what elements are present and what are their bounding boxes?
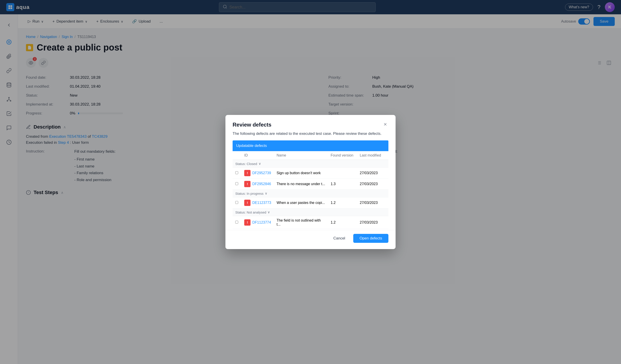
modified-cell-1: 27/03/2023 (357, 168, 388, 179)
modal-subtitle: The following defects are related to the… (225, 128, 396, 141)
defect-link-3[interactable]: DE1123773 (252, 201, 271, 205)
defect-checkbox-3[interactable] (235, 201, 238, 204)
priority-icon-4: ! (244, 219, 251, 226)
version-cell-4: 1.2 (328, 216, 357, 229)
id-cell-1: ! DF2952739 (242, 168, 274, 179)
version-cell-1 (328, 168, 357, 179)
checkbox-cell-4[interactable] (233, 216, 242, 229)
table-row: ! DF2952739 Sign up button doesn't work … (233, 168, 388, 179)
status-not-analysed-label: Status: Not analysed ∨ (235, 210, 386, 214)
status-closed-label: Status: Closed ∨ (235, 162, 386, 166)
name-cell-4: The field is not outlined with t... (274, 216, 328, 229)
defect-checkbox-2[interactable] (235, 182, 238, 185)
priority-icon-3: ! (244, 200, 251, 206)
modal-body: Updatable defects ID Name Found version … (225, 141, 396, 230)
modal-title: Review defects (233, 122, 271, 128)
modal-close-button[interactable] (382, 121, 388, 128)
table-row: ! DF2952846 There is no message under t.… (233, 179, 388, 190)
priority-icon-1: ! (244, 170, 251, 176)
checkbox-cell-2[interactable] (233, 179, 242, 190)
modal-header: Review defects (225, 115, 396, 128)
status-group-closed: Status: Closed ∨ (233, 160, 388, 168)
col-header-found-version: Found version (328, 151, 357, 160)
table-row: ! DE1123773 When a user pastes the copi.… (233, 197, 388, 208)
version-cell-3: 1.2 (328, 197, 357, 208)
open-defects-button[interactable]: Open defects (353, 234, 388, 243)
defects-table: ID Name Found version Last modified Stat… (233, 151, 388, 229)
defect-link-1[interactable]: DF2952739 (252, 171, 271, 175)
id-cell-2: ! DF2952846 (242, 179, 274, 190)
name-cell-3: When a user pastes the copi... (274, 197, 328, 208)
updatable-defects-header: Updatable defects (233, 141, 388, 151)
priority-icon-2: ! (244, 181, 251, 187)
modified-cell-3: 27/03/2023 (357, 197, 388, 208)
table-row: ! DF1123774 The field is not outlined wi… (233, 216, 388, 229)
col-header-id: ID (242, 151, 274, 160)
status-group-in-progress: Status: In progress ∨ (233, 190, 388, 197)
version-cell-2: 1.3 (328, 179, 357, 190)
id-cell-4: ! DF1123774 (242, 216, 274, 229)
col-header-checkbox (233, 151, 242, 160)
status-group-not-analysed: Status: Not analysed ∨ (233, 208, 388, 216)
defect-link-4[interactable]: DF1123774 (252, 221, 271, 224)
status-in-progress-label: Status: In progress ∨ (235, 191, 386, 195)
col-header-last-modified: Last modified (357, 151, 388, 160)
modal-overlay[interactable]: Review defects The following defects are… (0, 0, 621, 364)
modified-cell-4: 27/03/2023 (357, 216, 388, 229)
checkbox-cell-3[interactable] (233, 197, 242, 208)
cancel-button[interactable]: Cancel (328, 234, 351, 243)
defect-link-2[interactable]: DF2952846 (252, 182, 271, 186)
name-cell-2: There is no message under t... (274, 179, 328, 190)
review-defects-modal: Review defects The following defects are… (225, 115, 396, 249)
defect-checkbox-1[interactable] (235, 171, 238, 174)
modified-cell-2: 27/03/2023 (357, 179, 388, 190)
modal-footer: Cancel Open defects (225, 230, 396, 249)
checkbox-cell-1[interactable] (233, 168, 242, 179)
col-header-name: Name (274, 151, 328, 160)
id-cell-3: ! DE1123773 (242, 197, 274, 208)
defect-checkbox-4[interactable] (235, 221, 238, 223)
name-cell-1: Sign up button doesn't work (274, 168, 328, 179)
